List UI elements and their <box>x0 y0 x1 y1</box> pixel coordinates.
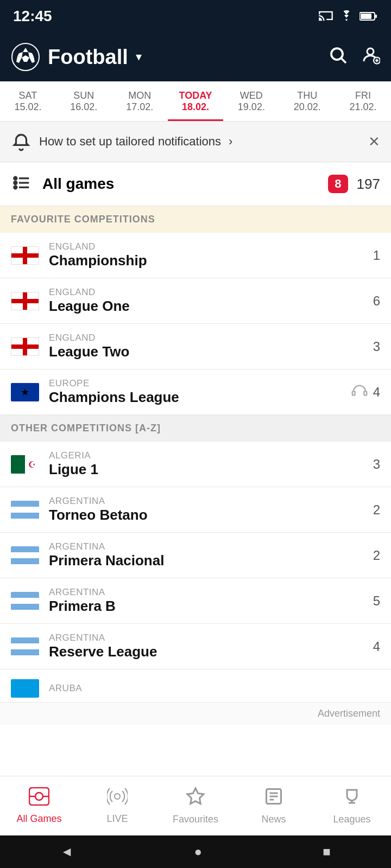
list-icon <box>11 172 33 196</box>
date-sat[interactable]: SAT 15.02. <box>0 81 56 121</box>
header-right <box>328 45 380 69</box>
notification-arrow: › <box>229 135 232 149</box>
nav-news[interactable]: News <box>235 776 313 835</box>
app-title: Football <box>48 46 128 69</box>
svg-line-11 <box>342 59 346 63</box>
comp-row-aruba[interactable]: ARUBA <box>0 669 391 703</box>
battery-icon <box>360 11 378 22</box>
notification-banner[interactable]: How to set up tailored notifications › ✕ <box>0 122 391 162</box>
svg-point-16 <box>14 177 17 180</box>
svg-marker-7 <box>22 55 29 62</box>
all-games-count: 197 <box>357 176 380 193</box>
comp-row-championship[interactable]: ENGLAND Championship 1 <box>0 233 391 278</box>
status-time: 12:45 <box>13 8 52 25</box>
argentina-flag-primera-nacional <box>11 545 39 566</box>
all-games-nav-icon <box>29 787 49 810</box>
comp-row-torneo-betano[interactable]: ARGENTINA Torneo Betano 2 <box>0 487 391 533</box>
argentina-flag-betano <box>11 500 39 520</box>
wifi-icon <box>339 10 354 22</box>
profile-icon[interactable] <box>361 45 380 69</box>
nav-leagues[interactable]: Leagues <box>313 776 391 835</box>
all-games-row[interactable]: All games 8 197 <box>0 162 391 206</box>
comp-row-champions-league[interactable]: ★ EUROPE Champions League 4 <box>0 369 391 415</box>
favourite-section-header: FAVOURITE COMPETITIONS <box>0 206 391 233</box>
algeria-flag <box>11 454 39 475</box>
argentina-flag-reserve <box>11 636 39 657</box>
svg-point-10 <box>331 48 343 60</box>
svg-rect-22 <box>352 391 355 395</box>
home-button[interactable]: ● <box>194 844 202 859</box>
comp-row-primera-b[interactable]: ARGENTINA Primera B 5 <box>0 578 391 624</box>
date-fri[interactable]: FRI 21.02. <box>335 81 391 121</box>
status-bar: 12:45 <box>0 0 391 33</box>
svg-point-28 <box>115 794 120 799</box>
headphone-icon <box>351 384 368 400</box>
notification-text: How to set up tailored notifications <box>39 135 221 149</box>
svg-rect-23 <box>364 391 367 395</box>
comp-row-league-one[interactable]: ENGLAND League One 6 <box>0 278 391 324</box>
date-mon[interactable]: MON 17.02. <box>112 81 168 121</box>
dropdown-icon[interactable]: ▾ <box>136 50 142 64</box>
england-flag-league-two <box>11 336 39 357</box>
svg-point-12 <box>367 48 374 55</box>
date-thu[interactable]: THU 20.02. <box>279 81 335 121</box>
live-nav-icon <box>107 787 128 810</box>
comp-row-ligue1[interactable]: ALGERIA Ligue 1 3 <box>0 442 391 487</box>
cast-icon <box>318 10 333 22</box>
svg-marker-8 <box>16 56 22 63</box>
date-today[interactable]: TODAY 18.02. <box>168 81 224 121</box>
comp-row-league-two[interactable]: ENGLAND League Two 3 <box>0 324 391 369</box>
leagues-nav-label: Leagues <box>333 814 370 825</box>
nav-live[interactable]: LIVE <box>78 776 156 835</box>
europe-flag-champions-league: ★ <box>11 382 39 403</box>
date-nav: SAT 15.02. SUN 16.02. MON 17.02. TODAY 1… <box>0 81 391 122</box>
svg-marker-4 <box>23 48 28 52</box>
favourites-nav-label: Favourites <box>173 814 218 825</box>
svg-marker-9 <box>29 56 35 63</box>
svg-point-18 <box>14 186 17 189</box>
england-flag-championship <box>11 245 39 266</box>
svg-point-17 <box>14 182 17 184</box>
nav-all-games[interactable]: All Games <box>0 776 78 835</box>
notification-close[interactable]: ✕ <box>368 133 380 150</box>
argentina-flag-primera-b <box>11 591 39 611</box>
live-nav-label: LIVE <box>106 813 128 825</box>
header-left: Football ▾ <box>11 42 142 72</box>
live-badge: 8 <box>328 175 348 193</box>
search-icon[interactable] <box>328 45 348 69</box>
bell-icon <box>11 131 31 152</box>
other-section-header: OTHER COMPETITIONS [A-Z] <box>0 415 391 442</box>
back-button[interactable]: ◄ <box>60 844 73 859</box>
news-nav-icon <box>263 787 284 810</box>
system-nav: ◄ ● ■ <box>0 835 391 868</box>
advertisement-label: Advertisement <box>0 703 391 725</box>
app-header: Football ▾ <box>0 33 391 81</box>
svg-point-25 <box>35 793 43 800</box>
nav-favourites[interactable]: Favourites <box>156 776 235 835</box>
news-nav-label: News <box>261 814 286 825</box>
football-icon <box>11 42 40 72</box>
date-wed[interactable]: WED 19.02. <box>223 81 279 121</box>
aruba-flag <box>11 678 39 699</box>
all-games-nav-label: All Games <box>16 813 61 825</box>
comp-row-primera-nacional[interactable]: ARGENTINA Primera Nacional 2 <box>0 533 391 578</box>
content-area: How to set up tailored notifications › ✕… <box>0 122 391 822</box>
svg-rect-1 <box>361 14 371 19</box>
bottom-nav: All Games LIVE Favourites <box>0 776 391 835</box>
favourites-nav-icon <box>185 787 206 810</box>
leagues-nav-icon <box>342 787 362 810</box>
recent-button[interactable]: ■ <box>323 844 331 859</box>
status-icons <box>318 10 378 22</box>
comp-row-reserve-league[interactable]: ARGENTINA Reserve League 4 <box>0 624 391 669</box>
all-games-label: All games <box>42 175 328 193</box>
england-flag-league-one <box>11 291 39 311</box>
svg-rect-2 <box>375 15 377 18</box>
date-sun[interactable]: SUN 16.02. <box>56 81 112 121</box>
svg-marker-29 <box>187 788 204 804</box>
